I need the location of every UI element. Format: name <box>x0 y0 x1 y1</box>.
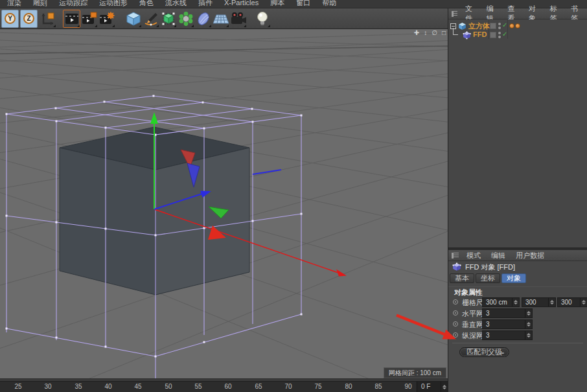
am-menu-item[interactable]: 编辑 <box>486 251 511 260</box>
panel-grid-icon[interactable] <box>452 11 457 17</box>
property-row-grid-size: 栅格尺寸 300 cm 300 cm 300 cm <box>448 297 587 308</box>
view-y-button[interactable]: Y <box>1 10 19 28</box>
object-manager-tree[interactable]: 立方体 ✓ FFD ✓ <box>448 19 587 248</box>
object-name[interactable]: FFD <box>473 30 487 38</box>
property-row-depth-points: 纵深网点 3 <box>448 330 587 341</box>
menu-item[interactable]: 流水线 <box>159 0 192 8</box>
light-button[interactable] <box>253 10 271 28</box>
ruler-tick: 70 <box>281 383 296 390</box>
menu-item[interactable]: 运动跟踪 <box>53 0 93 8</box>
menu-item[interactable]: 窗口 <box>290 0 316 8</box>
menu-item[interactable]: 角色 <box>133 0 159 8</box>
render-settings-button[interactable] <box>98 10 115 28</box>
view-z-button[interactable]: Z <box>20 10 38 28</box>
view-y-icon: Y <box>5 13 16 24</box>
ruler-tick: 25 <box>10 383 26 390</box>
timeline-ruler[interactable]: 25 30 35 40 45 50 55 60 65 70 75 80 85 9… <box>0 381 417 392</box>
rotate-view-icon[interactable]: ∅ <box>432 29 437 37</box>
zoom-view-icon[interactable]: ↕ <box>424 29 427 37</box>
y-axis-arrowhead <box>150 112 158 124</box>
tab-coordinates[interactable]: 坐标 <box>476 273 500 283</box>
menu-item[interactable]: 帮助 <box>316 0 342 8</box>
field-value: 3 <box>486 310 490 317</box>
camera-button[interactable] <box>229 10 247 28</box>
frame-value: 0 F <box>421 383 430 390</box>
keyframe-circle-icon[interactable] <box>453 321 458 327</box>
ruler-tick: 85 <box>371 383 386 390</box>
layer-square-icon[interactable] <box>490 23 496 29</box>
depth-points-field[interactable]: 3 <box>482 330 533 340</box>
om-row-cube[interactable]: 立方体 ✓ <box>448 21 587 30</box>
menu-item[interactable]: X-Particles <box>218 0 264 8</box>
grid-size-x-field[interactable]: 300 cm <box>482 297 520 307</box>
render-view-icon <box>64 12 80 26</box>
field-value: 300 cm <box>525 299 536 307</box>
keyframe-circle-icon[interactable] <box>453 310 458 316</box>
dropdown-corner-icon <box>268 25 270 27</box>
tag-dot-icon[interactable] <box>509 23 514 29</box>
cube-object-icon <box>458 22 466 30</box>
grid-size-y-field[interactable]: 300 cm <box>522 297 556 307</box>
om-row-ffd[interactable]: FFD ✓ <box>448 30 587 40</box>
frame-spinner[interactable] <box>441 382 448 392</box>
menu-item[interactable]: 渲染 <box>1 0 27 8</box>
tag-dot-icon[interactable] <box>515 23 520 29</box>
ruler-tick: 40 <box>100 383 116 390</box>
ruler-tick: 90 <box>400 383 416 390</box>
field-spinner[interactable] <box>580 298 587 306</box>
maximize-view-icon[interactable]: □ <box>442 29 446 37</box>
panel-grid-icon[interactable] <box>452 253 459 259</box>
horizontal-points-field[interactable]: 3 <box>482 308 533 318</box>
field-spinner[interactable] <box>525 309 532 317</box>
menu-item[interactable]: 脚本 <box>264 0 290 8</box>
dropdown-corner-icon <box>226 25 229 27</box>
enabled-check-icon[interactable]: ✓ <box>502 30 507 38</box>
keyframe-circle-icon[interactable] <box>453 299 458 305</box>
ruler-tick: 75 <box>310 383 326 390</box>
draw-spline-button[interactable] <box>142 10 159 28</box>
tree-elbow <box>453 28 458 35</box>
menu-item[interactable]: 插件 <box>192 0 218 8</box>
menu-item[interactable]: 运动图形 <box>93 0 133 8</box>
add-primitive-button[interactable] <box>124 10 142 28</box>
dropdown-corner-icon <box>53 25 56 27</box>
render-view-button[interactable] <box>63 10 80 28</box>
menu-item[interactable]: 雕刻 <box>27 0 53 8</box>
tab-object[interactable]: 对象 <box>501 273 526 283</box>
ruler-tick: 35 <box>71 383 86 390</box>
ffd-object-icon <box>463 31 471 40</box>
floor-button[interactable] <box>212 10 229 28</box>
ruler-tick: 50 <box>161 383 176 390</box>
field-spinner[interactable] <box>525 320 532 329</box>
object-name[interactable]: 立方体 <box>468 21 490 31</box>
environment-button[interactable] <box>194 10 212 28</box>
attribute-manager: 模式 编辑 用户数据 FFD 对象 [FFD] 基本 坐标 对象 对象属性 栅格… <box>448 250 587 362</box>
object-properties-header: 对象属性 <box>448 286 587 297</box>
grid-size-z-field[interactable]: 300 cm <box>557 297 587 307</box>
enabled-check-icon[interactable]: ✓ <box>502 21 507 29</box>
dropdown-corner-icon <box>156 25 159 27</box>
layer-square-icon[interactable] <box>490 32 496 38</box>
axis-tool-button[interactable] <box>39 10 56 28</box>
vertical-points-field[interactable]: 3 <box>482 319 533 329</box>
field-spinner[interactable] <box>525 331 532 340</box>
deformers-button[interactable] <box>177 10 194 28</box>
ruler-tick: 45 <box>130 383 146 390</box>
current-frame-field[interactable]: 0 F <box>417 381 448 392</box>
render-picture-viewer-button[interactable] <box>80 10 98 28</box>
field-value: 3 <box>486 321 490 328</box>
x-axis-arrowhead <box>336 270 347 277</box>
am-menu-item[interactable]: 模式 <box>461 251 486 260</box>
ffd-object-icon <box>452 262 461 271</box>
tab-basic[interactable]: 基本 <box>450 273 474 283</box>
visibility-dots-icon[interactable] <box>498 23 501 30</box>
viewport-3d[interactable]: ✚ ↕ ∅ □ 网格间距 : 100 cm <box>0 29 448 379</box>
generators-button[interactable] <box>159 10 177 28</box>
keyframe-circle-icon[interactable] <box>453 332 458 338</box>
pan-view-icon[interactable]: ✚ <box>414 29 419 37</box>
field-spinner[interactable] <box>512 298 519 306</box>
am-menu-item[interactable]: 用户数据 <box>511 251 549 260</box>
attribute-menubar: 模式 编辑 用户数据 <box>448 250 587 261</box>
field-spinner[interactable] <box>548 298 555 306</box>
visibility-dots-icon[interactable] <box>498 32 501 40</box>
